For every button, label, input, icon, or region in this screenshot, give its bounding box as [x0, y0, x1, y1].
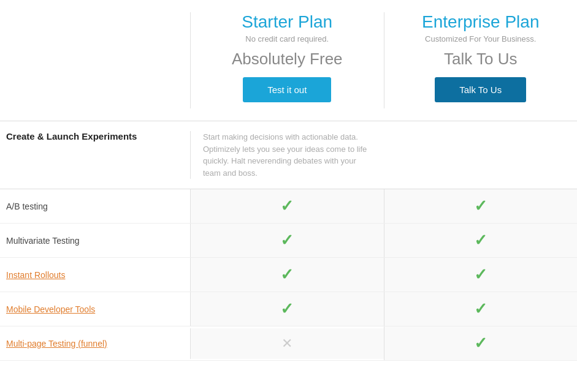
feature-link[interactable]: Mobile Developer Tools: [6, 304, 95, 314]
check-icon: [280, 272, 294, 282]
feature-starter-value: [190, 258, 384, 292]
check-icon: [474, 238, 487, 247]
feature-enterprise-value: [384, 326, 578, 360]
feature-row: Instant Rollouts: [0, 258, 577, 292]
feature-enterprise-value: [384, 224, 578, 257]
feature-name[interactable]: Instant Rollouts: [0, 263, 190, 287]
check-icon: [280, 238, 294, 247]
feature-column-header: [0, 12, 190, 108]
check-icon: [474, 306, 487, 316]
check-icon: [474, 272, 487, 282]
feature-link[interactable]: Instant Rollouts: [6, 270, 66, 280]
starter-plan-subtitle: No credit card required.: [203, 34, 372, 43]
feature-starter-value: [190, 224, 384, 257]
feature-name[interactable]: Mobile Developer Tools: [0, 297, 190, 322]
section-description: Start making decisions with actionable d…: [190, 131, 384, 179]
enterprise-cta-button[interactable]: Talk To Us: [435, 77, 526, 102]
enterprise-plan-price: Talk To Us: [397, 50, 565, 69]
enterprise-plan-title: Enterprise Plan: [397, 12, 565, 32]
cross-icon: [281, 340, 292, 350]
header-row: Starter Plan No credit card required. Ab…: [0, 12, 577, 121]
check-icon: [474, 341, 487, 350]
feature-starter-value: [190, 292, 384, 326]
features-table: A/B testingMultivariate TestingInstant R…: [0, 189, 577, 361]
feature-row: Multivariate Testing: [0, 224, 577, 258]
feature-starter-value: [190, 328, 384, 359]
starter-plan-column: Starter Plan No credit card required. Ab…: [190, 12, 384, 108]
enterprise-plan-column: Enterprise Plan Customized For Your Busi…: [384, 12, 578, 108]
starter-cta-button[interactable]: Test it out: [243, 77, 331, 102]
check-icon: [280, 306, 294, 316]
feature-name: Multivariate Testing: [0, 228, 190, 253]
section-header-row: Create & Launch Experiments Start making…: [0, 121, 577, 189]
feature-row: Mobile Developer Tools: [0, 292, 577, 326]
feature-link[interactable]: Multi-page Testing (funnel): [6, 339, 107, 349]
starter-plan-price: Absolutely Free: [203, 50, 372, 69]
section-title: Create & Launch Experiments: [0, 131, 190, 141]
feature-name: A/B testing: [0, 194, 190, 219]
check-icon: [474, 203, 487, 213]
pricing-container: Starter Plan No credit card required. Ab…: [0, 0, 577, 361]
check-icon: [280, 203, 294, 213]
feature-row: Multi-page Testing (funnel): [0, 326, 577, 361]
feature-name[interactable]: Multi-page Testing (funnel): [0, 331, 190, 356]
feature-enterprise-value: [384, 189, 578, 223]
feature-starter-value: [190, 189, 384, 223]
starter-plan-title: Starter Plan: [203, 12, 372, 32]
enterprise-plan-subtitle: Customized For Your Business.: [397, 34, 565, 43]
feature-enterprise-value: [384, 258, 578, 292]
feature-row: A/B testing: [0, 189, 577, 224]
feature-enterprise-value: [384, 292, 578, 326]
